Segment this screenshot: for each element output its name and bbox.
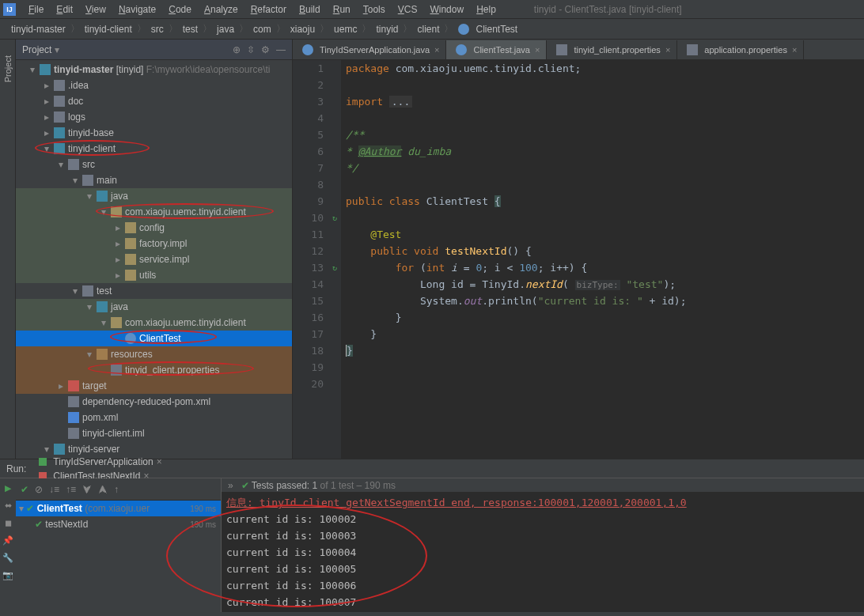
crumb-2[interactable]: src bbox=[148, 24, 167, 35]
console-output[interactable]: 信息: tinyId client getNextSegmentId end, … bbox=[222, 493, 864, 612]
tree-item-11[interactable]: ▸service.impl bbox=[16, 251, 292, 267]
project-header-label[interactable]: Project bbox=[22, 44, 51, 55]
menu-code[interactable]: Code bbox=[162, 2, 198, 17]
menu-vcs[interactable]: VCS bbox=[392, 2, 424, 17]
gutter-marks: ↻↻ bbox=[328, 60, 341, 459]
tree-item-6[interactable]: ▾main bbox=[16, 172, 292, 188]
noentry-icon[interactable]: ⊘ bbox=[35, 484, 43, 495]
test-row-root[interactable]: ▾ ✔ ClientTest (com.xiaoju.uer190 ms bbox=[16, 501, 221, 516]
tree-label: main bbox=[97, 175, 117, 186]
tree-item-9[interactable]: ▸config bbox=[16, 220, 292, 236]
editor-tab-2[interactable]: tinyid_client.properties× bbox=[547, 40, 677, 59]
menu-window[interactable]: Window bbox=[423, 2, 470, 17]
sort-icon[interactable]: ↓≡ bbox=[49, 484, 59, 495]
tree-label: com.xiaoju.uemc.tinyid.client bbox=[125, 206, 246, 217]
project-tree[interactable]: ▾ tinyid-master [tinyid] F:\mywork\idea\… bbox=[16, 60, 292, 459]
menu-edit[interactable]: Edit bbox=[50, 2, 79, 17]
sort2-icon[interactable]: ↑≡ bbox=[66, 484, 76, 495]
tree-item-15[interactable]: ▾com.xiaoju.uemc.tinyid.client bbox=[16, 315, 292, 331]
close-icon[interactable]: × bbox=[434, 45, 439, 55]
up-icon[interactable]: ↑ bbox=[114, 484, 119, 495]
tree-item-22[interactable]: tinyid-client.iml bbox=[16, 425, 292, 441]
tree-item-14[interactable]: ▾java bbox=[16, 299, 292, 315]
tree-item-12[interactable]: ▸utils bbox=[16, 267, 292, 283]
run-icon[interactable]: ▶ bbox=[2, 482, 14, 494]
root-path: F:\mywork\idea\opensource\ti bbox=[146, 64, 271, 75]
editor-tab-3[interactable]: application.properties× bbox=[677, 40, 804, 59]
tree-item-0[interactable]: ▸.idea bbox=[16, 77, 292, 93]
tree-item-4[interactable]: ▾tinyid-client bbox=[16, 141, 292, 157]
tree-item-16[interactable]: ClientTest bbox=[16, 331, 292, 346]
tree-item-5[interactable]: ▾src bbox=[16, 157, 292, 172]
wrench-icon[interactable]: 🔧 bbox=[2, 551, 14, 564]
project-panel: Project ▾ ⊕ ⇳ ⚙ — ▾ tinyid-master [tinyi… bbox=[16, 40, 293, 459]
menu-tools[interactable]: Tools bbox=[357, 2, 392, 17]
code[interactable]: package com.xiaoju.uemc.tinyid.client; i… bbox=[341, 60, 864, 459]
project-tool-button[interactable]: Project bbox=[3, 55, 13, 82]
expand-icon[interactable]: ⮟ bbox=[82, 484, 92, 495]
crumb-6[interactable]: xiaoju bbox=[287, 24, 318, 35]
tree-item-19[interactable]: ▸target bbox=[16, 378, 292, 394]
console-line: current id is: 100002 bbox=[226, 511, 859, 527]
stop-icon[interactable]: ◼ bbox=[2, 516, 14, 529]
tree-item-2[interactable]: ▸logs bbox=[16, 109, 292, 125]
close-icon[interactable]: × bbox=[535, 45, 540, 55]
tree-label: tinyid_client.properties bbox=[125, 365, 219, 376]
close-icon[interactable]: × bbox=[665, 45, 670, 55]
menu-build[interactable]: Build bbox=[293, 2, 327, 17]
locate-icon[interactable]: ⊕ bbox=[233, 44, 241, 55]
tree-item-18[interactable]: tinyid_client.properties bbox=[16, 362, 292, 378]
tree-item-21[interactable]: pom.xml bbox=[16, 410, 292, 425]
crumb-0[interactable]: tinyid-master bbox=[8, 24, 69, 35]
tree-root[interactable]: ▾ tinyid-master [tinyid] F:\mywork\idea\… bbox=[16, 62, 292, 77]
code-editor[interactable]: 1234567891011121314151617181920 ↻↻ packa… bbox=[293, 60, 864, 459]
crumb-9[interactable]: client bbox=[414, 24, 442, 35]
tree-label: com.xiaoju.uemc.tinyid.client bbox=[125, 317, 246, 328]
camera-icon[interactable]: 📷 bbox=[2, 569, 14, 581]
tree-item-10[interactable]: ▸factory.impl bbox=[16, 236, 292, 251]
collapse-icon[interactable]: ⇳ bbox=[247, 44, 255, 55]
crumb-10[interactable]: ClientTest bbox=[472, 24, 521, 35]
tree-item-1[interactable]: ▸doc bbox=[16, 93, 292, 109]
tab-label: application.properties bbox=[704, 45, 787, 55]
menu-file[interactable]: File bbox=[22, 2, 50, 17]
tree-label: pom.xml bbox=[82, 412, 118, 423]
settings-icon[interactable]: ⚙ bbox=[261, 44, 270, 55]
tree-item-3[interactable]: ▸tinyid-base bbox=[16, 125, 292, 141]
check-icon[interactable]: ✔ bbox=[21, 484, 28, 495]
editor-tab-1[interactable]: ClientTest.java× bbox=[446, 40, 547, 59]
menu-analyze[interactable]: Analyze bbox=[198, 2, 244, 17]
close-icon[interactable]: × bbox=[157, 456, 162, 467]
tree-label: tinyid-base bbox=[68, 127, 114, 138]
menu-view[interactable]: View bbox=[79, 2, 112, 17]
tree-item-7[interactable]: ▾java bbox=[16, 188, 292, 204]
debug-icon[interactable]: ⬌ bbox=[2, 499, 14, 512]
crumb-7[interactable]: uemc bbox=[331, 24, 360, 35]
menu-run[interactable]: Run bbox=[327, 2, 357, 17]
tree-item-8[interactable]: ▾com.xiaoju.uemc.tinyid.client bbox=[16, 204, 292, 220]
crumb-3[interactable]: test bbox=[180, 24, 201, 35]
tree-label: src bbox=[82, 159, 95, 170]
menu-navigate[interactable]: Navigate bbox=[112, 2, 162, 17]
pin-icon[interactable]: 📌 bbox=[2, 534, 14, 546]
chev-icon[interactable]: » bbox=[228, 480, 233, 491]
editor-tab-0[interactable]: TinyIdServerApplication.java× bbox=[293, 40, 446, 59]
tree-item-20[interactable]: dependency-reduced-pom.xml bbox=[16, 394, 292, 410]
project-header: Project ▾ ⊕ ⇳ ⚙ — bbox=[16, 40, 292, 60]
tree-item-23[interactable]: ▾tinyid-server bbox=[16, 441, 292, 457]
menu-help[interactable]: Help bbox=[470, 2, 502, 17]
menu-refactor[interactable]: Refactor bbox=[244, 2, 293, 17]
crumb-8[interactable]: tinyid bbox=[373, 24, 401, 35]
crumb-4[interactable]: java bbox=[214, 24, 237, 35]
left-tool-strip: Project bbox=[0, 40, 16, 459]
collapse-icon[interactable]: ⮝ bbox=[98, 484, 108, 495]
crumb-5[interactable]: com bbox=[250, 24, 275, 35]
tree-item-17[interactable]: ▾resources bbox=[16, 346, 292, 362]
crumb-1[interactable]: tinyid-client bbox=[81, 24, 135, 35]
tab-label: TinyIdServerApplication.java bbox=[320, 45, 430, 55]
tree-item-13[interactable]: ▾test bbox=[16, 283, 292, 299]
hide-icon[interactable]: — bbox=[276, 44, 286, 55]
run-test-tree[interactable]: ▾ ✔ ClientTest (com.xiaoju.uer190 ms ✔ t… bbox=[16, 501, 221, 612]
test-row-child[interactable]: ✔ testNextId190 ms bbox=[16, 516, 221, 532]
close-icon[interactable]: × bbox=[792, 45, 797, 55]
